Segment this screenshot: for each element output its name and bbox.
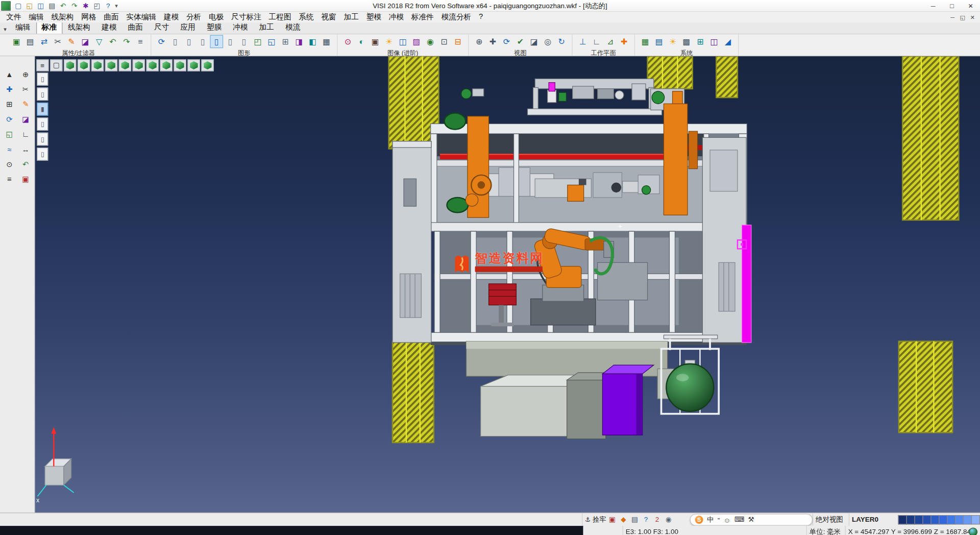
angle-icon[interactable]: ∟ [18,128,33,141]
menu-item-9[interactable]: 尺寸标注 [228,12,265,22]
cylinder-5-icon[interactable]: ▯ [237,35,251,48]
view-bottom-button[interactable] [146,59,159,71]
sketch-icon[interactable]: ✎ [18,98,33,111]
view-iso-button[interactable] [64,59,76,71]
filter-prev-icon[interactable]: ↶ [106,35,119,48]
ime-item-2[interactable]: ☺ [724,516,731,524]
filter-faces-button[interactable]: ▯ [37,87,48,101]
tab-9[interactable]: 加工 [254,20,280,34]
layer-list-icon[interactable]: ≡ [2,173,17,186]
ime-item-0[interactable]: 中 [707,515,714,524]
undo-icon[interactable]: ↶ [58,1,68,10]
solid-box-icon[interactable]: ◰ [251,35,264,48]
point-icon[interactable]: ⊙ [2,158,17,171]
pan-icon[interactable]: ✚ [486,35,500,48]
help-icon[interactable]: ? [103,1,113,10]
menu-item-15[interactable]: 冲模 [385,12,407,22]
cylinder-1-icon[interactable]: ▯ [169,35,182,48]
cylinder-4-icon[interactable]: ▯ [224,35,237,48]
workplane-3pt-icon[interactable]: ⊿ [604,35,617,48]
doc-close-button[interactable]: ✕ [968,14,978,20]
erase-icon[interactable]: ◪ [18,112,33,126]
menu-item-2[interactable]: 线架构 [47,12,78,22]
brightness-icon[interactable]: ☀ [666,35,679,48]
tab-6[interactable]: 应用 [175,20,201,34]
layer-color-swatch-7[interactable] [955,515,964,524]
color-cells-icon[interactable]: ▦ [639,35,652,48]
tab-10[interactable]: 模流 [280,20,306,34]
menu-item-17[interactable]: 模流分析 [437,12,475,22]
quick-access-caret-icon[interactable]: ▾ [115,3,118,9]
minimize-button[interactable]: ─ [924,0,943,11]
settings-icon[interactable]: ✱ [81,1,91,10]
shading-icon[interactable]: ◐ [355,35,369,48]
redo-icon[interactable]: ↷ [69,1,80,10]
rotate-icon[interactable]: ⟳ [2,112,17,126]
menu-item-13[interactable]: 加工 [340,12,362,22]
refresh-icon[interactable]: ⟳ [155,35,168,48]
filter-icon[interactable]: ▽ [92,35,106,48]
menu-item-14[interactable]: 塑模 [362,12,385,22]
wireframe-icon[interactable]: ▦ [320,35,333,48]
save-icon[interactable]: ◫ [36,1,46,10]
filter-next-icon[interactable]: ↷ [120,35,133,48]
menu-item-1[interactable]: 编辑 [25,12,47,22]
attributes-icon[interactable]: ▣ [10,35,23,48]
workplane-xy-icon[interactable]: ⊥ [576,35,590,48]
view-back-button[interactable] [91,59,104,71]
photo-render-icon[interactable]: ▣ [369,35,382,48]
menu-item-12[interactable]: 视窗 [317,12,340,22]
workplane-align-icon[interactable]: ∟ [590,35,603,48]
audio-tray-icon[interactable]: ◉ [664,515,673,524]
menu-item-7[interactable]: 分析 [183,12,205,22]
view-menu-button[interactable]: ≡ [36,59,48,71]
print-icon[interactable]: ▤ [47,1,57,10]
copy-attributes-icon[interactable]: ⇄ [37,35,51,48]
lens-icon[interactable]: ⊙ [341,35,355,48]
active-layer-indicator[interactable]: LAYER0 [849,513,887,525]
view-check-icon[interactable]: ✔ [514,35,527,48]
system-grid-icon[interactable]: ⊞ [694,35,707,48]
view-front-button[interactable] [78,59,90,71]
cut-icon[interactable]: ✂ [51,35,64,48]
texture-icon[interactable]: ▨ [410,35,423,48]
mirror-view-icon[interactable]: ◫ [396,35,409,48]
monitor-icon[interactable]: ▤ [652,35,666,48]
menu-item-6[interactable]: 建模 [160,12,182,22]
layer-color-swatch-8[interactable] [963,515,972,524]
layer-color-swatch-9[interactable] [971,515,980,524]
ime-language-bar[interactable]: S 中”☺⌨⚒ [690,514,813,526]
half-shade-2-icon[interactable]: ◧ [306,35,320,48]
tab-dropdown-icon[interactable]: ▾ [2,26,10,34]
menu-item-4[interactable]: 曲面 [100,12,122,22]
machine-model-render[interactable]: + [35,56,980,513]
cylinder-active-icon[interactable]: ▯ [210,35,223,48]
swatch-icon[interactable]: ▣ [18,173,33,186]
viewport-3d[interactable]: + [35,56,980,513]
filter-edges-button[interactable]: ▮ [37,103,48,116]
menu-item-10[interactable]: 工程图 [265,12,295,22]
open-folder-icon[interactable]: ◱ [24,1,35,10]
snapshot-icon[interactable]: ⊟ [451,35,464,48]
ime-item-1[interactable]: ” [718,516,720,524]
tab-3[interactable]: 建模 [96,20,122,34]
frame-capture-icon[interactable]: ⊡ [437,35,451,48]
hatch-icon[interactable]: ▩ [680,35,693,48]
solid-box-2-icon[interactable]: ◱ [265,35,278,48]
display-tray-icon[interactable]: ▣ [607,515,617,524]
lighting-icon[interactable]: ☀ [382,35,396,48]
view-iso-nw-button[interactable] [174,59,186,71]
select-icon[interactable]: ▲ [2,67,17,81]
doc-restore-button[interactable]: ◱ [958,14,968,20]
menu-item-8[interactable]: 电极 [205,12,228,22]
tab-7[interactable]: 塑膜 [201,20,227,34]
camera-icon[interactable]: ◎ [541,35,554,48]
layer-color-swatch-0[interactable] [898,515,907,524]
filter-all-button[interactable]: ▯ [37,148,48,161]
menu-item-11[interactable]: 系统 [295,12,317,22]
curve-icon[interactable]: ≈ [2,142,17,156]
close-button[interactable]: ✕ [961,0,980,11]
view-iso-sw-button[interactable] [201,59,213,71]
maximize-button[interactable]: □ [943,0,962,11]
printer-tray-icon[interactable]: ▤ [630,515,639,524]
